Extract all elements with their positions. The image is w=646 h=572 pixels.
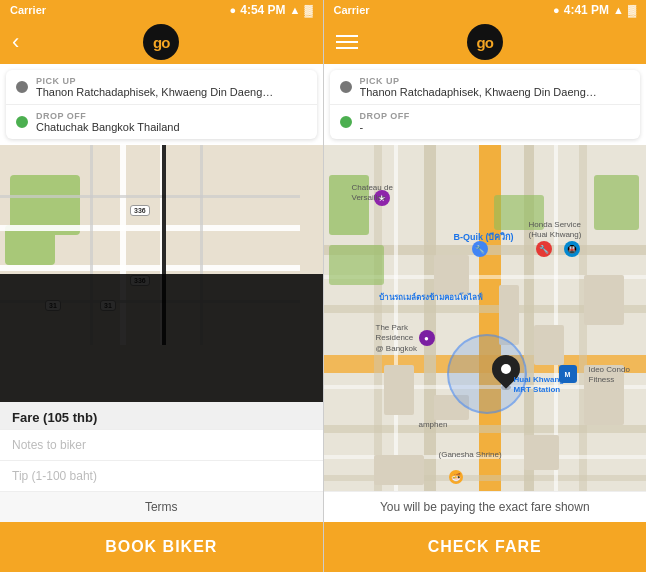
right-pickup-dot	[340, 81, 352, 93]
fare-label: Fare (105 thb)	[0, 402, 323, 429]
right-building-2	[384, 365, 414, 415]
map-label-ganesha: (Ganesha Shrine)	[439, 450, 502, 459]
left-logo: go	[143, 24, 179, 60]
right-building-8	[374, 455, 424, 485]
pin-inner	[501, 364, 511, 374]
notes-field[interactable]: Notes to biker	[0, 429, 323, 460]
map-label-ideo: Ideo CondoFitness	[589, 365, 630, 386]
pickup-dot	[16, 81, 28, 93]
right-location-card: PICK UP Thanon Ratchadaphisek, Khwaeng D…	[330, 70, 641, 139]
right-road-gray-h3	[324, 425, 647, 433]
right-dropoff-row[interactable]: DROP OFF -	[330, 104, 641, 139]
right-building-9	[524, 435, 559, 470]
left-dropoff-row[interactable]: DROP OFF Chatuchak Bangkok Thailand	[6, 104, 317, 139]
map-label-chateau: Chateau deVersailles	[352, 183, 393, 204]
right-dropoff-dot	[340, 116, 352, 128]
menu-line-1	[336, 35, 358, 37]
right-green-2	[329, 245, 384, 285]
left-pickup-info: PICK UP Thanon Ratchadaphisek, Khwaeng D…	[36, 76, 307, 98]
right-header: go	[324, 20, 647, 64]
right-location-icon: ▲	[613, 4, 624, 16]
right-pickup-row[interactable]: PICK UP Thanon Ratchadaphisek, Khwaeng D…	[330, 70, 641, 104]
left-status-bar: Carrier ● 4:54 PM ▲ ▓	[0, 0, 323, 20]
road-h1	[0, 225, 300, 231]
right-status-bar: Carrier ● 4:41 PM ▲ ▓	[324, 0, 647, 20]
right-pickup-address: Thanon Ratchadaphisek, Khwaeng Din Daeng…	[360, 86, 600, 98]
check-fare-button[interactable]: CHECK FARE	[324, 522, 647, 572]
map-label-park-residence: The ParkResidence@ Bangkok	[376, 323, 417, 354]
right-dropoff-label: DROP OFF	[360, 111, 631, 121]
location-icon: ▲	[290, 4, 301, 16]
right-dropoff-info: DROP OFF -	[360, 111, 631, 133]
map-label-legal: Legal	[329, 490, 346, 491]
poi-food: 🍜	[449, 470, 463, 484]
poi-park-residence: ●	[419, 330, 435, 346]
right-green-4	[594, 175, 639, 230]
left-panel: Carrier ● 4:54 PM ▲ ▓ ‹ go PICK UP Thano…	[0, 0, 323, 572]
road-h3	[0, 195, 300, 198]
menu-line-3	[336, 47, 358, 49]
book-biker-button[interactable]: BOOK BIKER	[0, 522, 323, 572]
right-logo: go	[467, 24, 503, 60]
left-carrier: Carrier	[10, 4, 46, 16]
right-panel: Carrier ● 4:41 PM ▲ ▓ go PICK UP Thanon …	[324, 0, 647, 572]
left-location-card: PICK UP Thanon Ratchadaphisek, Khwaeng D…	[6, 70, 317, 139]
left-dropoff-label: DROP OFF	[36, 111, 307, 121]
poi-bts: 🚇	[564, 241, 580, 257]
right-status-icons: ● 4:41 PM ▲ ▓	[553, 3, 636, 17]
right-building-5	[534, 325, 564, 365]
map-overlay	[0, 274, 323, 403]
map-label-brt: บ้านรถเมล์ตรงข้ามคอนโดไลฟ์	[379, 293, 483, 303]
left-status-icons: ● 4:54 PM ▲ ▓	[230, 3, 313, 17]
right-dropoff-address: -	[360, 121, 600, 133]
left-header: ‹ go	[0, 20, 323, 64]
right-time: 4:41 PM	[564, 3, 609, 17]
fare-notice: You will be paying the exact fare shown	[324, 491, 647, 522]
right-road-gray-h4	[324, 475, 647, 481]
left-pickup-label: PICK UP	[36, 76, 307, 86]
poi-honda: 🔧	[536, 241, 552, 257]
right-road-white-v1	[394, 145, 398, 491]
tip-field[interactable]: Tip (1-100 baht)	[0, 460, 323, 491]
menu-line-2	[336, 41, 358, 43]
right-pickup-info: PICK UP Thanon Ratchadaphisek, Khwaeng D…	[360, 76, 631, 98]
left-dropoff-address: Chatuchak Bangkok Thailand	[36, 121, 276, 133]
terms-row[interactable]: Terms	[0, 491, 323, 522]
map-label-bquik: B-Quik (บีควิก)	[454, 230, 514, 244]
left-dropoff-info: DROP OFF Chatuchak Bangkok Thailand	[36, 111, 307, 133]
back-button[interactable]: ‹	[12, 29, 19, 55]
transit-icon-mrt: M	[559, 365, 577, 383]
left-pickup-address: Thanon Ratchadaphisek, Khwaeng Din Daeng…	[36, 86, 276, 98]
left-time: 4:54 PM	[240, 3, 285, 17]
right-road-gray-v1	[424, 145, 436, 491]
right-wifi-icon: ●	[553, 4, 560, 16]
fare-section: Fare (105 thb) Notes to biker Tip (1-100…	[0, 402, 323, 522]
right-battery-icon: ▓	[628, 4, 636, 16]
map-label-huai-khwang: Huai KhwangMRT Station	[514, 375, 565, 396]
green-area-2	[5, 225, 55, 265]
right-map: 🔧 🔧 ★ ● 🚇 Chateau deVersailles B-Quik (บ…	[324, 145, 647, 491]
right-building-1	[434, 255, 469, 295]
map-label-amphen: amphen	[419, 420, 448, 429]
road-h2	[0, 265, 300, 271]
battery-icon: ▓	[304, 4, 312, 16]
road-sign-1: 336	[130, 205, 150, 216]
left-map: 336 336 31 31	[0, 145, 323, 402]
map-label-honda: Honda Service(Huai Khwang)	[529, 220, 582, 239]
right-carrier: Carrier	[334, 4, 370, 16]
dropoff-dot	[16, 116, 28, 128]
wifi-icon: ●	[230, 4, 237, 16]
menu-button[interactable]	[336, 35, 358, 49]
right-building-6	[584, 275, 624, 325]
map-label-talad: ตลาดนัดหม้าขาว	[479, 490, 539, 491]
left-pickup-row[interactable]: PICK UP Thanon Ratchadaphisek, Khwaeng D…	[6, 70, 317, 104]
right-pickup-label: PICK UP	[360, 76, 631, 86]
